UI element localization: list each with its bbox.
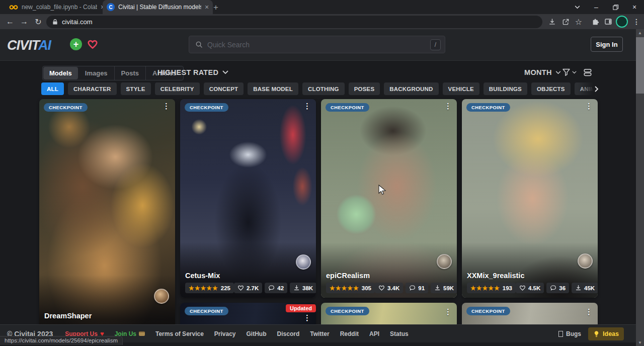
card-menu-button[interactable]: ⋮: [585, 308, 593, 316]
tab-search-chevron-icon[interactable]: [568, 0, 587, 14]
window-minimize-button[interactable]: –: [587, 0, 606, 14]
chip-concept[interactable]: CONCEPT: [204, 82, 244, 95]
chip-base-model[interactable]: BASE MODEL: [248, 82, 298, 95]
footer-link-twitter[interactable]: Twitter: [310, 330, 329, 337]
side-panel-icon[interactable]: [603, 16, 614, 27]
model-stats: ★★★★★ 305 3.4K 91 59K: [326, 283, 452, 293]
footer-link-privacy[interactable]: Privacy: [214, 330, 236, 337]
creator-avatar[interactable]: [578, 253, 593, 269]
download-icon: [434, 285, 441, 291]
model-card-xxmix[interactable]: CHECKPOINT ⋮ XXMix_9realistic ★★★★★ 193 …: [462, 99, 598, 298]
tab-close-icon[interactable]: ×: [205, 4, 209, 11]
creator-avatar[interactable]: [154, 289, 169, 304]
card-menu-button[interactable]: ⋮: [585, 102, 593, 111]
rating-stars-icon: ★★★★★: [330, 285, 359, 292]
rating-count: 225: [221, 285, 230, 291]
footer-link-github[interactable]: GitHub: [247, 330, 267, 337]
creator-avatar[interactable]: [296, 254, 311, 270]
forward-button[interactable]: →: [18, 16, 30, 28]
tab-images[interactable]: Images: [78, 66, 115, 80]
chip-all[interactable]: ALL: [41, 82, 64, 95]
funnel-icon: [562, 68, 571, 76]
browser-tab-civitai[interactable]: C Civitai | Stable Diffusion models, ×: [103, 0, 213, 14]
chip-background[interactable]: BACKGROUND: [384, 82, 438, 95]
chip-vehicle[interactable]: VEHICLE: [443, 82, 479, 95]
card-menu-button[interactable]: ⋮: [444, 102, 452, 111]
layout-toggle-button[interactable]: [583, 68, 592, 79]
tab-posts[interactable]: Posts: [115, 66, 146, 80]
tab-title: Civitai | Stable Diffusion models,: [118, 4, 201, 11]
scroll-down-icon[interactable]: ▼: [636, 339, 644, 346]
chip-style[interactable]: STYLE: [121, 82, 151, 95]
sort-dropdown[interactable]: HIGHEST RATED: [157, 68, 228, 76]
new-tab-button[interactable]: +: [210, 2, 221, 13]
footer-link-reddit[interactable]: Reddit: [340, 330, 359, 337]
page-scrollbar[interactable]: ▲ ▼: [636, 29, 644, 346]
chip-celebrity[interactable]: CELEBRITY: [155, 82, 200, 95]
chip-clothing[interactable]: CLOTHING: [302, 82, 345, 95]
chip-objects[interactable]: OBJECTS: [531, 82, 571, 95]
bookmark-star-icon[interactable]: ☆: [573, 16, 584, 27]
download-icon: [293, 285, 300, 291]
back-button[interactable]: ←: [4, 16, 16, 28]
reload-button[interactable]: ↻: [32, 16, 44, 28]
create-plus-button[interactable]: +: [70, 38, 82, 50]
extensions-puzzle-icon[interactable]: [590, 16, 601, 27]
browser-tab-colab[interactable]: new_colab_file.ipynb - Colaborat ×: [5, 0, 109, 14]
rating-pill: ★★★★★ 225: [185, 283, 234, 293]
sign-in-button[interactable]: Sign In: [591, 37, 623, 52]
footer-link-status[interactable]: Status: [390, 330, 409, 337]
search-input[interactable]: [207, 41, 426, 49]
scrollbar-thumb[interactable]: [636, 37, 644, 94]
share-icon[interactable]: [560, 16, 571, 27]
ideas-button[interactable]: Ideas: [588, 327, 624, 340]
window-restore-button[interactable]: [606, 0, 625, 14]
heart-icon: [237, 285, 244, 291]
downloads-stat: 38K: [290, 283, 316, 293]
bugs-button[interactable]: Bugs: [558, 330, 581, 337]
model-card-epicrealism[interactable]: CHECKPOINT ⋮ epiCRealism ★★★★★ 305 3.4K …: [321, 99, 457, 298]
likes-stat: 4.5K: [516, 283, 544, 293]
model-card-dreamshaper[interactable]: CHECKPOINT ⋮ DreamShaper: [39, 99, 175, 330]
checkpoint-badge: CHECKPOINT: [185, 103, 228, 112]
civitai-favicon-icon: C: [107, 3, 115, 11]
downloads-stat: 59K: [431, 283, 457, 293]
footer-link-api[interactable]: API: [369, 330, 379, 337]
card-menu-button[interactable]: ⋮: [303, 102, 311, 111]
period-dropdown[interactable]: MONTH: [524, 68, 561, 76]
footer-link-discord[interactable]: Discord: [277, 330, 300, 337]
card-menu-button[interactable]: ⋮: [444, 308, 452, 316]
checkpoint-badge: CHECKPOINT: [326, 307, 369, 315]
card-menu-button[interactable]: ⋮: [303, 314, 311, 322]
model-stats: ★★★★★ 225 2.7K 42 38K: [185, 283, 311, 293]
filter-funnel-button[interactable]: [562, 68, 577, 76]
card-menu-button[interactable]: ⋮: [163, 102, 170, 111]
quick-search[interactable]: /: [189, 36, 445, 53]
comments-stat: 42: [265, 283, 287, 293]
civitai-logo[interactable]: CIVITAI: [7, 38, 51, 53]
address-bar[interactable]: civitai.com: [46, 16, 542, 28]
model-title: epiCRealism: [326, 272, 452, 280]
chip-poses[interactable]: POSES: [349, 82, 380, 95]
favorites-heart-icon[interactable]: [86, 38, 99, 50]
colab-icon: [9, 5, 18, 10]
browser-menu-icon[interactable]: ⋮: [631, 16, 642, 27]
link-status-bubble: https://civitai.com/models/25694/epicrea…: [0, 336, 123, 345]
tab-models[interactable]: Models: [43, 67, 78, 79]
creator-avatar[interactable]: [437, 254, 452, 269]
chip-buildings[interactable]: BUILDINGS: [484, 82, 527, 95]
lightbulb-icon: [593, 330, 600, 337]
model-title: Cetus-Mix: [185, 272, 311, 280]
scroll-up-icon[interactable]: ▲: [636, 29, 644, 36]
model-card-cetus-mix[interactable]: CHECKPOINT ⋮ Cetus-Mix ★★★★★ 225 2.7K 42…: [180, 99, 316, 298]
chip-character[interactable]: CHARACTER: [68, 82, 117, 95]
browser-profile-avatar[interactable]: [616, 16, 628, 28]
chips-scroll-right-button[interactable]: [578, 82, 599, 96]
model-stats: ★★★★★ 193 4.5K 36 45K: [467, 283, 593, 293]
window-close-button[interactable]: ×: [625, 0, 644, 14]
comment-icon: [409, 285, 416, 291]
download-toolbar-icon[interactable]: [546, 16, 557, 27]
footer-link-terms[interactable]: Terms of Service: [155, 330, 204, 337]
chevron-down-icon: [555, 71, 561, 74]
checkpoint-badge: CHECKPOINT: [466, 307, 510, 315]
